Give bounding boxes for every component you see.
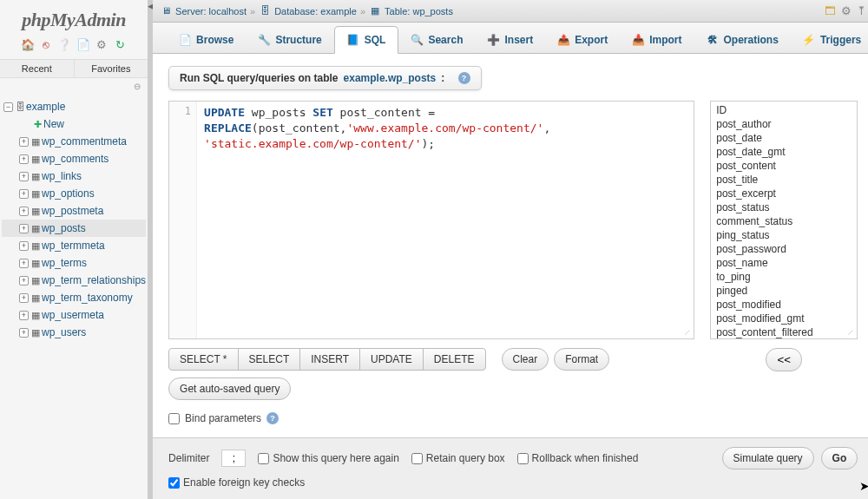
bc-database[interactable]: Database: example (274, 6, 357, 16)
bind-params-checkbox[interactable] (168, 413, 180, 424)
tab-insert[interactable]: ➕Insert (475, 27, 545, 53)
sidebar: phpMyAdmin 🏠 ⎋ ❔ 📄 ⚙ ↻ Recent Favorites … (0, 0, 148, 499)
tab-structure[interactable]: 🔧Structure (246, 27, 333, 53)
exit-icon[interactable]: ⎋ (39, 38, 53, 52)
show-again-checkbox[interactable] (258, 453, 269, 464)
tree-table-wp_term_taxonomy[interactable]: +▦wp_term_taxonomy (2, 289, 146, 306)
tab-browse[interactable]: 📄Browse (167, 27, 246, 53)
selectbutton[interactable]: SELECT (238, 348, 301, 371)
window-icon[interactable]: 🗔 (825, 4, 836, 17)
code-area[interactable]: UPDATE wp_posts SET post_content = REPLA… (197, 102, 557, 338)
tree-new[interactable]: ✚New (2, 115, 146, 133)
insertbutton[interactable]: INSERT (299, 348, 360, 371)
column-post_content[interactable]: post_content (716, 159, 852, 173)
go-button[interactable]: Go (821, 447, 858, 469)
collapse-nav-icon[interactable]: ⊖ (0, 78, 148, 95)
column-comment_status[interactable]: comment_status (716, 214, 852, 228)
main-panel: 🖥 Server: localhost » 🗄 Database: exampl… (153, 0, 868, 499)
bc-table[interactable]: Table: wp_posts (385, 6, 453, 16)
column-post_excerpt[interactable]: post_excerpt (716, 187, 852, 200)
expand-icon[interactable]: + (19, 137, 29, 147)
sql-doc-icon[interactable]: 📄 (76, 38, 90, 52)
tree-table-wp_commentmeta[interactable]: +▦wp_commentmeta (2, 133, 146, 150)
simulate-button[interactable]: Simulate query (722, 447, 814, 469)
expand-icon[interactable]: + (19, 241, 29, 251)
tree-table-wp_usermeta[interactable]: +▦wp_usermeta (2, 306, 146, 324)
collapse-columns-button[interactable]: << (766, 348, 802, 371)
tab-recent[interactable]: Recent (0, 60, 75, 77)
column-ping_status[interactable]: ping_status (716, 228, 852, 242)
retain-box-checkbox[interactable] (411, 453, 423, 464)
format-button[interactable]: Format (554, 348, 609, 371)
settings-icon[interactable]: ⚙ (95, 38, 108, 52)
tab-sql[interactable]: 📘SQL (334, 26, 399, 54)
help-icon-2[interactable]: ? (266, 412, 279, 424)
breadcrumb: 🖥 Server: localhost » 🗄 Database: exampl… (153, 0, 868, 23)
expand-icon[interactable]: + (19, 224, 29, 233)
column-post_content_filtered[interactable]: post_content_filtered (716, 325, 852, 339)
tab-search[interactable]: 🔍Search (398, 27, 475, 53)
expand-icon[interactable]: + (19, 207, 29, 216)
select-button[interactable]: SELECT * (168, 348, 238, 371)
column-post_author[interactable]: post_author (716, 117, 852, 131)
tree-table-wp_posts[interactable]: +▦wp_posts (2, 220, 146, 237)
expand-icon[interactable]: + (19, 259, 29, 268)
tab-operations[interactable]: 🛠Operations (694, 27, 791, 53)
new-icon: ✚ (31, 119, 43, 130)
bc-server[interactable]: Server: localhost (175, 6, 247, 16)
column-post_date[interactable]: post_date (716, 131, 852, 145)
tree-table-wp_users[interactable]: +▦wp_users (2, 324, 146, 341)
page-up-icon[interactable]: ⤒ (857, 4, 866, 17)
tab-label: Import (649, 34, 681, 46)
column-post_name[interactable]: post_name (716, 256, 852, 270)
column-post_date_gmt[interactable]: post_date_gmt (716, 145, 852, 159)
column-post_modified_gmt[interactable]: post_modified_gmt (716, 312, 852, 325)
clear-button[interactable]: Clear (502, 348, 549, 371)
expand-icon[interactable]: + (19, 293, 29, 303)
columns-resize-icon[interactable]: ⟋ (846, 327, 855, 337)
tree-table-wp_postmeta[interactable]: +▦wp_postmeta (2, 202, 146, 220)
tab-export[interactable]: 📤Export (545, 27, 620, 53)
run-header-target[interactable]: example.wp_posts (344, 72, 437, 84)
help-toolbar-icon[interactable]: ❔ (57, 38, 71, 52)
editor-resize-icon[interactable]: ⟋ (683, 327, 692, 337)
table-icon: ▦ (30, 327, 42, 338)
tab-label: SQL (365, 34, 386, 46)
tab-favorites[interactable]: Favorites (75, 60, 148, 77)
tree-table-wp_term_relationships[interactable]: +▦wp_term_relationships (2, 272, 146, 289)
columns-panel[interactable]: IDpost_authorpost_datepost_date_gmtpost_… (710, 101, 858, 339)
column-post_status[interactable]: post_status (716, 200, 852, 214)
tree-table-wp_comments[interactable]: +▦wp_comments (2, 150, 146, 167)
expand-icon[interactable]: + (19, 154, 29, 164)
get-autosaved-button[interactable]: Get auto-saved query (168, 378, 291, 400)
expand-icon[interactable]: + (19, 328, 29, 338)
sql-editor[interactable]: 1 UPDATE wp_posts SET post_content = REP… (168, 101, 694, 339)
reload-icon[interactable]: ↻ (113, 38, 127, 52)
gear-icon[interactable]: ⚙ (841, 4, 852, 17)
expand-icon[interactable]: + (19, 172, 29, 181)
tree-table-wp_termmeta[interactable]: +▦wp_termmeta (2, 237, 146, 254)
tree-table-wp_terms[interactable]: +▦wp_terms (2, 254, 146, 272)
tree-table-wp_options[interactable]: +▦wp_options (2, 185, 146, 202)
column-ID[interactable]: ID (716, 103, 852, 117)
collapse-icon[interactable]: − (3, 102, 13, 112)
tab-triggers[interactable]: ⚡Triggers (791, 27, 868, 53)
column-post_password[interactable]: post_password (716, 242, 852, 256)
delimiter-input[interactable] (221, 450, 246, 467)
home-icon[interactable]: 🏠 (21, 38, 35, 52)
enable-fk-checkbox[interactable] (168, 477, 180, 489)
column-post_modified[interactable]: post_modified (716, 298, 852, 312)
updatebutton[interactable]: UPDATE (359, 348, 424, 371)
tab-import[interactable]: 📥Import (620, 27, 694, 53)
expand-icon[interactable]: + (19, 276, 29, 286)
tree-table-wp_links[interactable]: +▦wp_links (2, 167, 146, 185)
column-to_ping[interactable]: to_ping (716, 270, 852, 284)
column-pinged[interactable]: pinged (716, 284, 852, 298)
expand-icon[interactable]: + (19, 311, 29, 320)
rollback-checkbox[interactable] (517, 453, 529, 464)
tree-db-root[interactable]: − 🗄 example (2, 98, 146, 115)
expand-icon[interactable]: + (19, 189, 29, 199)
help-icon[interactable]: ? (458, 72, 470, 84)
deletebutton[interactable]: DELETE (423, 348, 486, 371)
column-post_title[interactable]: post_title (716, 173, 852, 187)
